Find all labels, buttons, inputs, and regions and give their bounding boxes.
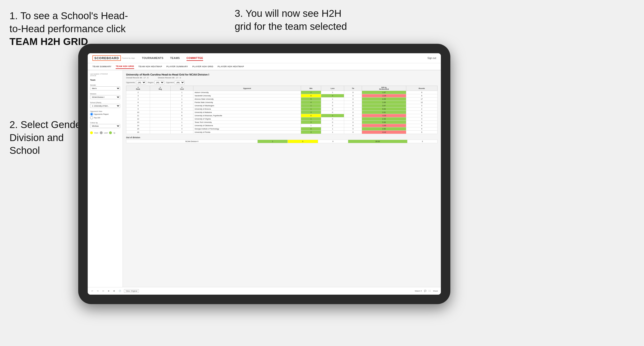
view-original[interactable]: View: Original xyxy=(124,289,139,293)
table-cell: 1 xyxy=(321,127,344,131)
bottom-toolbar: ↩ ↪ ↤ ⊕ ⊞ 🕐 View: Original Watch ▾ 💬 ⛶ S… xyxy=(88,287,441,295)
tablet-screen: SCOREBOARD Powered by clippi TOURNAMENTS… xyxy=(88,53,441,295)
opponents-filter-label: Opponents: xyxy=(126,81,135,84)
sign-out-button[interactable]: Sign out xyxy=(427,57,436,59)
history-button[interactable]: 🕐 xyxy=(118,289,122,293)
subnav-player-summary[interactable]: PLAYER SUMMARY xyxy=(166,64,188,69)
table-cell: 2 xyxy=(170,104,193,107)
table-cell: 0 xyxy=(344,124,362,127)
table-cell: 3 xyxy=(170,107,193,111)
table-cell: 3 xyxy=(301,131,321,134)
radio-opponents-played[interactable] xyxy=(90,113,93,116)
main-content: Last Updated: 27/03/2024 16:55:38 Team G… xyxy=(88,70,441,287)
opponent-radio-group: Opponents Played Top 100 xyxy=(90,113,120,119)
table-cell: 0 xyxy=(344,94,362,98)
table-cell: Texas Tech University xyxy=(193,121,301,124)
opponent-radio-top100[interactable]: Top 100 xyxy=(90,116,120,119)
table-cell xyxy=(150,98,170,101)
th-win: Win xyxy=(301,86,321,91)
nav-links: TOURNAMENTS TEAMS COMMITTEE xyxy=(142,56,428,61)
sidebar-school-section: School (Rank) 1. University of Nort... xyxy=(90,102,120,108)
table-cell: 0 xyxy=(344,91,362,94)
table-cell: University of Arkansas, Fayetteville xyxy=(193,114,301,117)
table-cell: Arizona State University xyxy=(193,98,301,101)
region-filter-select[interactable]: (All) xyxy=(154,81,164,84)
opponent-filter-select[interactable]: (All) xyxy=(175,81,185,84)
back-button[interactable]: ↤ xyxy=(102,289,105,293)
table-cell: 2 xyxy=(321,124,344,127)
nav-teams[interactable]: TEAMS xyxy=(170,56,180,61)
table-cell: -6.42 xyxy=(362,131,406,134)
redo-button[interactable]: ↪ xyxy=(96,289,100,293)
table-cell: 3 xyxy=(301,111,321,114)
subnav-team-summary[interactable]: TEAM SUMMARY xyxy=(92,64,112,69)
subnav-team-h2h-grid[interactable]: TEAM H2H GRID xyxy=(116,64,134,69)
school-label: School (Rank) xyxy=(90,102,120,104)
table-cell: 4 xyxy=(301,101,321,104)
table-cell: University of Virginia xyxy=(193,117,301,121)
table-cell: 3 xyxy=(406,104,437,107)
colour-by-select[interactable]: Win/loss xyxy=(90,124,120,128)
crop-button[interactable]: ⊞ xyxy=(112,289,116,293)
th-diff: Diff AvStrokes/Rnd xyxy=(362,86,406,91)
division-record-label: Division Record: 88 - 17 - 0 xyxy=(158,77,181,79)
table-cell: 1 xyxy=(321,91,344,94)
table-cell: 5.56 xyxy=(362,121,406,124)
opponent-radio-played[interactable]: Opponents Played xyxy=(90,113,120,116)
nav-tournaments[interactable]: TOURNAMENTS xyxy=(142,56,164,61)
table-cell: 1.83 xyxy=(362,101,406,104)
undo-button[interactable]: ↩ xyxy=(90,289,94,293)
radio-top100[interactable] xyxy=(90,116,93,119)
watch-button[interactable]: Watch ▾ xyxy=(415,290,422,292)
logo-text: SCOREBOARD xyxy=(92,55,121,61)
annotation-1: 1. To see a School's Head- to-Head perfo… xyxy=(10,9,128,48)
th-tie: Tie xyxy=(344,86,362,91)
down-label: Down xyxy=(94,132,98,134)
zoom-button[interactable]: ⊕ xyxy=(107,289,110,293)
table-cell: -4.33 xyxy=(362,114,406,117)
table-cell: 0 xyxy=(321,107,344,111)
nav-committee[interactable]: COMMITTEE xyxy=(186,56,203,61)
table-cell: 1 xyxy=(321,114,344,117)
overall-label: Overall Record: xyxy=(126,77,139,79)
table-cell: 0 xyxy=(321,117,344,121)
comment-button[interactable]: 💬 xyxy=(424,290,426,292)
table-cell: 2 xyxy=(170,101,193,104)
table-cell: 1.67 xyxy=(362,91,406,94)
table-cell xyxy=(150,111,170,114)
share-button[interactable]: Share xyxy=(433,290,438,292)
table-cell: 13 xyxy=(126,121,150,124)
subnav-team-h2h-heatmap[interactable]: TEAM H2H HEATMAP xyxy=(138,64,162,69)
table-cell: 4 xyxy=(170,127,193,131)
sidebar-team-section: Team xyxy=(90,79,120,82)
opponents-filter-select[interactable]: (All) xyxy=(136,81,146,84)
table-cell: 12 xyxy=(406,101,437,104)
table-row: 154Georgia Institute of Technology6104.5… xyxy=(126,127,438,131)
division-value: 88 - 17 - 0 xyxy=(172,77,181,79)
table-cell: 6 xyxy=(170,114,193,117)
table-cell: 0 xyxy=(344,131,362,134)
level-colour-dot xyxy=(100,131,103,134)
present-button[interactable]: ⛶ xyxy=(429,290,431,292)
ann2-line3: School xyxy=(10,145,40,156)
table-cell: Florida State University xyxy=(193,101,301,104)
table-cell xyxy=(150,117,170,121)
timestamp-line2: 16:55:38 xyxy=(90,75,120,76)
table-cell: 9 xyxy=(406,121,437,124)
th-rank: #Rank xyxy=(126,86,150,91)
filters-row: Opponents: (All) Region (All) Opponent xyxy=(126,81,438,84)
table-cell: 2.29 xyxy=(362,98,406,101)
table-cell: University of Oklahoma xyxy=(193,124,301,127)
school-select[interactable]: 1. University of Nort... xyxy=(90,104,120,108)
subnav-player-h2h-heatmap[interactable]: PLAYER H2H HEATMAP xyxy=(218,64,244,69)
out-rounds: 3 xyxy=(407,140,437,143)
sidebar-timestamp: Last Updated: 27/03/2024 16:55:38 xyxy=(90,73,120,76)
out-row: NCAA Division II 1 0 0 26.00 3 xyxy=(126,140,438,143)
sidebar-gender-section: Gender Men's Women's xyxy=(90,84,120,90)
table-cell: 0 xyxy=(344,101,362,104)
out-table: NCAA Division II 1 0 0 26.00 3 xyxy=(126,140,438,143)
table-cell: 0 xyxy=(344,117,362,121)
subnav-player-h2h-grid[interactable]: PLAYER H2H GRID xyxy=(192,64,213,69)
division-select[interactable]: NCAA Division I NCAA Division II xyxy=(90,95,120,99)
gender-select[interactable]: Men's Women's xyxy=(90,86,120,90)
